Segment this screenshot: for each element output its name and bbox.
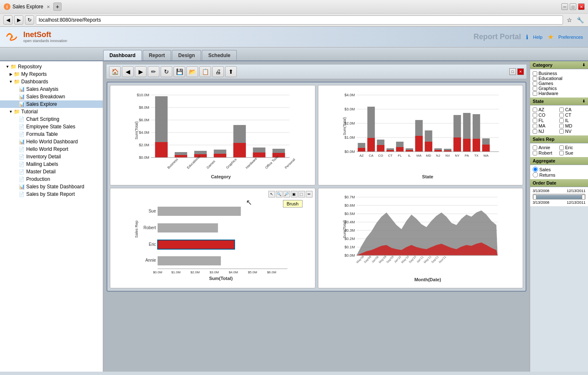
date-slider-right-handle[interactable] xyxy=(582,195,585,200)
cb-ct-input[interactable] xyxy=(559,113,564,118)
tree-item-sales-analysis[interactable]: 📊 Sales Analysis xyxy=(0,85,103,93)
bar-hardware-red[interactable] xyxy=(233,143,246,158)
cb-ca[interactable]: CA xyxy=(559,107,586,112)
bar-eric[interactable] xyxy=(158,240,235,249)
tree-item-employee-state-sales[interactable]: 📄 Employee State Sales xyxy=(0,123,103,130)
close-dashboard-button[interactable]: ✕ xyxy=(517,68,524,75)
bar-business-red[interactable] xyxy=(155,142,168,158)
brush-button[interactable]: ✏ xyxy=(306,191,313,198)
cb-games[interactable]: Games xyxy=(533,81,586,86)
cb-graphics[interactable]: Graphics xyxy=(533,86,586,91)
tree-item-dashboards[interactable]: ▼ 📁 Dashboards xyxy=(0,78,103,85)
cb-nj-input[interactable] xyxy=(533,129,537,134)
cb-fl[interactable]: FL xyxy=(533,118,559,123)
cb-co[interactable]: CO xyxy=(533,112,559,118)
back-tool-button[interactable]: ◀ xyxy=(122,66,134,77)
tree-item-repository[interactable]: ▼ 📁 Repository xyxy=(0,63,103,70)
bar-educational-red[interactable] xyxy=(175,155,187,158)
cb-annie[interactable]: Annie xyxy=(533,145,559,150)
toggle-repository[interactable]: ▼ xyxy=(5,65,10,69)
tab-schedule[interactable]: Schedule xyxy=(202,50,236,60)
tab-dashboard[interactable]: Dashboard xyxy=(103,50,142,60)
url-input[interactable] xyxy=(36,15,563,25)
tree-item-hello-world-report[interactable]: 📄 Hello World Report xyxy=(0,145,103,153)
cb-annie-input[interactable] xyxy=(533,145,537,150)
cb-educational[interactable]: Educational xyxy=(533,76,586,81)
cb-nv-input[interactable] xyxy=(559,129,564,134)
cb-eric[interactable]: Eric xyxy=(559,145,586,150)
bookmark-icon[interactable]: ☆ xyxy=(565,15,574,25)
bar-annie[interactable] xyxy=(158,256,221,265)
toggle-my-reports[interactable]: ▶ xyxy=(8,72,13,76)
radio-returns[interactable]: Returns xyxy=(533,172,586,178)
category-scroll-icon[interactable]: ⬇ xyxy=(582,63,586,67)
bar-sue[interactable] xyxy=(158,207,241,216)
cb-games-input[interactable] xyxy=(533,81,537,86)
tree-item-mailing-labels[interactable]: 📄 Mailing Labels xyxy=(0,160,103,168)
cb-educational-input[interactable] xyxy=(533,76,537,81)
tree-item-sales-by-state-dashboard[interactable]: 📊 Sales by State Dashboard xyxy=(0,183,103,190)
tab-close-btn[interactable]: ✕ xyxy=(47,5,50,9)
tab-design[interactable]: Design xyxy=(172,50,201,60)
save-button[interactable]: 💾 xyxy=(174,66,185,77)
close-button[interactable]: ✕ xyxy=(578,3,585,10)
clipboard-button[interactable]: 📋 xyxy=(199,66,211,77)
bar-graphics-red[interactable] xyxy=(214,154,226,158)
cb-business[interactable]: Business xyxy=(533,71,586,76)
radio-sales[interactable]: Sales xyxy=(533,167,586,172)
refresh-tool-button[interactable]: ↻ xyxy=(161,66,172,77)
forward-tool-button[interactable]: ▶ xyxy=(135,66,146,77)
cb-ct[interactable]: CT xyxy=(559,112,586,118)
toggle-tutorial[interactable]: ▼ xyxy=(8,110,13,114)
cb-hardware-input[interactable] xyxy=(533,91,537,96)
edit-button[interactable]: ✏ xyxy=(148,66,159,77)
cb-eric-input[interactable] xyxy=(559,145,564,150)
folder-button[interactable]: 📂 xyxy=(186,66,198,77)
cb-ca-input[interactable] xyxy=(559,108,564,112)
cb-md[interactable]: MD xyxy=(559,123,586,128)
cb-hardware[interactable]: Hardware xyxy=(533,91,586,96)
cb-il[interactable]: IL xyxy=(559,118,586,123)
select-button[interactable]: ▣ xyxy=(291,191,298,198)
lasso-button[interactable]: ⬚ xyxy=(298,191,305,198)
cb-az[interactable]: AZ xyxy=(533,107,559,112)
tree-item-master-detail[interactable]: 📄 Master Detail xyxy=(0,168,103,175)
tab-report[interactable]: Report xyxy=(143,50,171,60)
state-scroll-icon[interactable]: ⬇ xyxy=(582,99,586,103)
tree-item-inventory-detail[interactable]: 📄 Inventory Detail xyxy=(0,153,103,160)
cb-robert[interactable]: Robert xyxy=(533,150,559,155)
radio-sales-input[interactable] xyxy=(533,167,538,172)
forward-button[interactable]: ▶ xyxy=(14,15,23,25)
cb-sue[interactable]: Sue xyxy=(559,150,586,155)
cb-robert-input[interactable] xyxy=(533,151,537,155)
tree-item-production[interactable]: 📄 Production xyxy=(0,175,103,183)
home-button[interactable]: 🏠 xyxy=(109,66,121,77)
help-link[interactable]: Help xyxy=(533,35,543,40)
cb-az-input[interactable] xyxy=(533,108,537,112)
zoom-in-button[interactable]: 🔍 xyxy=(276,191,283,198)
cb-sue-input[interactable] xyxy=(559,151,564,155)
settings-icon[interactable]: 🔧 xyxy=(576,15,585,25)
refresh-button[interactable]: ↻ xyxy=(25,15,34,25)
cb-fl-input[interactable] xyxy=(533,118,537,123)
cb-ma-input[interactable] xyxy=(533,124,537,128)
cb-graphics-input[interactable] xyxy=(533,86,537,91)
bar-robert[interactable] xyxy=(158,223,218,232)
tree-item-sales-by-state-report[interactable]: 📄 Sales by State Report xyxy=(0,190,103,198)
cb-co-input[interactable] xyxy=(533,113,537,118)
cb-il-input[interactable] xyxy=(559,118,564,123)
cb-ma[interactable]: MA xyxy=(533,123,559,128)
tree-item-hello-world-dashboard[interactable]: 📊 Hello World Dashboard xyxy=(0,138,103,145)
tree-item-sales-breakdown[interactable]: 📊 Sales Breakdown xyxy=(0,93,103,100)
upload-button[interactable]: ⬆ xyxy=(225,66,237,77)
new-tab-button[interactable]: + xyxy=(53,2,62,11)
minimize-button[interactable]: ─ xyxy=(561,3,568,10)
tree-item-formula-table[interactable]: 📄 Formula Table xyxy=(0,130,103,138)
maximize-dashboard-button[interactable]: □ xyxy=(509,68,516,75)
tree-item-sales-explore[interactable]: 📊 Sales Explore xyxy=(0,100,103,108)
radio-returns-input[interactable] xyxy=(533,172,538,178)
tree-item-my-reports[interactable]: ▶ 📁 My Reports xyxy=(0,70,103,78)
cb-md-input[interactable] xyxy=(559,124,564,128)
cb-business-input[interactable] xyxy=(533,71,537,76)
tree-item-tutorial[interactable]: ▼ 📁 Tutorial xyxy=(0,108,103,115)
